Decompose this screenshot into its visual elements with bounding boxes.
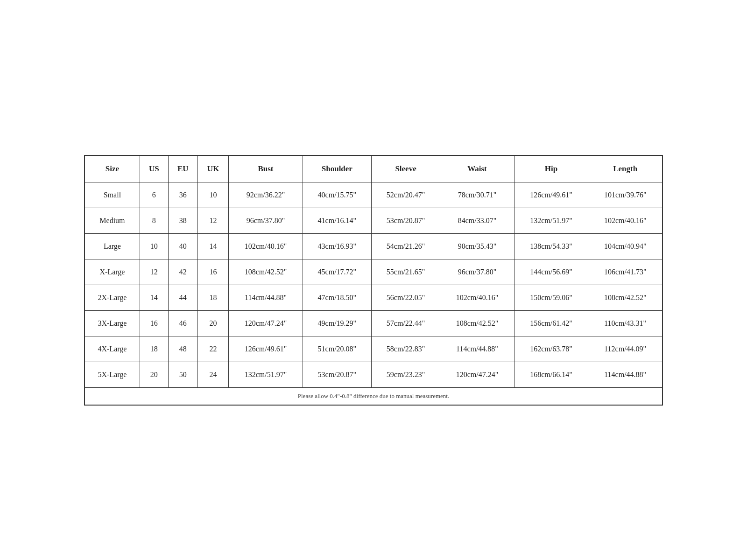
size-value: 102cm/40.16" (229, 233, 303, 259)
size-value: 36 (168, 182, 197, 208)
size-value: 112cm/44.09" (588, 336, 662, 362)
size-value: 47cm/18.50" (303, 285, 371, 310)
size-value: 54cm/21.26" (371, 233, 440, 259)
size-label: 4X-Large (85, 336, 140, 362)
size-value: 12 (140, 259, 168, 285)
size-value: 132cm/51.97" (514, 208, 588, 233)
size-value: 110cm/43.31" (588, 310, 662, 336)
size-value: 52cm/20.47" (371, 182, 440, 208)
size-value: 102cm/40.16" (588, 208, 662, 233)
table-row: X-Large124216108cm/42.52"45cm/17.72"55cm… (85, 259, 662, 285)
size-label: Medium (85, 208, 140, 233)
size-value: 24 (198, 362, 229, 387)
table-row: 2X-Large144418114cm/44.88"47cm/18.50"56c… (85, 285, 662, 310)
size-value: 106cm/41.73" (588, 259, 662, 285)
size-value: 96cm/37.80" (440, 259, 514, 285)
column-header: Bust (229, 155, 303, 182)
size-label: 3X-Large (85, 310, 140, 336)
table-row: Large104014102cm/40.16"43cm/16.93"54cm/2… (85, 233, 662, 259)
size-value: 55cm/21.65" (371, 259, 440, 285)
size-value: 12 (198, 208, 229, 233)
size-value: 6 (140, 182, 168, 208)
size-value: 50 (168, 362, 197, 387)
size-value: 48 (168, 336, 197, 362)
size-value: 120cm/47.24" (229, 310, 303, 336)
size-value: 18 (140, 336, 168, 362)
size-value: 162cm/63.78" (514, 336, 588, 362)
size-value: 45cm/17.72" (303, 259, 371, 285)
size-value: 16 (140, 310, 168, 336)
size-value: 126cm/49.61" (229, 336, 303, 362)
column-header: UK (198, 155, 229, 182)
size-value: 14 (198, 233, 229, 259)
column-header: Hip (514, 155, 588, 182)
size-value: 10 (198, 182, 229, 208)
size-value: 20 (198, 310, 229, 336)
table-row: 5X-Large205024132cm/51.97"53cm/20.87"59c… (85, 362, 662, 387)
size-value: 42 (168, 259, 197, 285)
size-value: 59cm/23.23" (371, 362, 440, 387)
size-value: 53cm/20.87" (371, 208, 440, 233)
size-value: 92cm/36.22" (229, 182, 303, 208)
size-label: Large (85, 233, 140, 259)
column-header: Waist (440, 155, 514, 182)
column-header: Shoulder (303, 155, 371, 182)
table-header-row: SizeUSEUUKBustShoulderSleeveWaistHipLeng… (85, 155, 662, 182)
size-label: 5X-Large (85, 362, 140, 387)
size-value: 101cm/39.76" (588, 182, 662, 208)
size-value: 90cm/35.43" (440, 233, 514, 259)
size-value: 43cm/16.93" (303, 233, 371, 259)
size-value: 38 (168, 208, 197, 233)
size-value: 49cm/19.29" (303, 310, 371, 336)
size-value: 168cm/66.14" (514, 362, 588, 387)
size-value: 102cm/40.16" (440, 285, 514, 310)
size-value: 46 (168, 310, 197, 336)
size-value: 40cm/15.75" (303, 182, 371, 208)
size-value: 10 (140, 233, 168, 259)
size-value: 104cm/40.94" (588, 233, 662, 259)
size-value: 108cm/42.52" (440, 310, 514, 336)
size-value: 22 (198, 336, 229, 362)
size-value: 14 (140, 285, 168, 310)
size-value: 51cm/20.08" (303, 336, 371, 362)
size-value: 108cm/42.52" (229, 259, 303, 285)
size-value: 138cm/54.33" (514, 233, 588, 259)
size-value: 56cm/22.05" (371, 285, 440, 310)
size-value: 96cm/37.80" (229, 208, 303, 233)
footer-note: Please allow 0.4"-0.8" difference due to… (85, 387, 662, 405)
column-header: US (140, 155, 168, 182)
size-value: 40 (168, 233, 197, 259)
size-label: Small (85, 182, 140, 208)
size-value: 41cm/16.14" (303, 208, 371, 233)
size-label: X-Large (85, 259, 140, 285)
size-value: 18 (198, 285, 229, 310)
size-value: 44 (168, 285, 197, 310)
size-value: 20 (140, 362, 168, 387)
table-row: Small6361092cm/36.22"40cm/15.75"52cm/20.… (85, 182, 662, 208)
table-row: 4X-Large184822126cm/49.61"51cm/20.08"58c… (85, 336, 662, 362)
size-value: 57cm/22.44" (371, 310, 440, 336)
size-value: 108cm/42.52" (588, 285, 662, 310)
table-row: Medium8381296cm/37.80"41cm/16.14"53cm/20… (85, 208, 662, 233)
table-footer-row: Please allow 0.4"-0.8" difference due to… (85, 387, 662, 405)
size-value: 78cm/30.71" (440, 182, 514, 208)
size-value: 156cm/61.42" (514, 310, 588, 336)
size-value: 58cm/22.83" (371, 336, 440, 362)
size-value: 144cm/56.69" (514, 259, 588, 285)
size-chart-container: SizeUSEUUKBustShoulderSleeveWaistHipLeng… (84, 155, 663, 406)
size-value: 126cm/49.61" (514, 182, 588, 208)
size-value: 114cm/44.88" (440, 336, 514, 362)
column-header: Sleeve (371, 155, 440, 182)
table-row: 3X-Large164620120cm/47.24"49cm/19.29"57c… (85, 310, 662, 336)
size-value: 120cm/47.24" (440, 362, 514, 387)
size-chart-table: SizeUSEUUKBustShoulderSleeveWaistHipLeng… (85, 155, 662, 405)
size-value: 16 (198, 259, 229, 285)
column-header: Size (85, 155, 140, 182)
size-label: 2X-Large (85, 285, 140, 310)
column-header: Length (588, 155, 662, 182)
size-value: 114cm/44.88" (229, 285, 303, 310)
size-value: 132cm/51.97" (229, 362, 303, 387)
size-value: 53cm/20.87" (303, 362, 371, 387)
size-value: 8 (140, 208, 168, 233)
size-value: 84cm/33.07" (440, 208, 514, 233)
